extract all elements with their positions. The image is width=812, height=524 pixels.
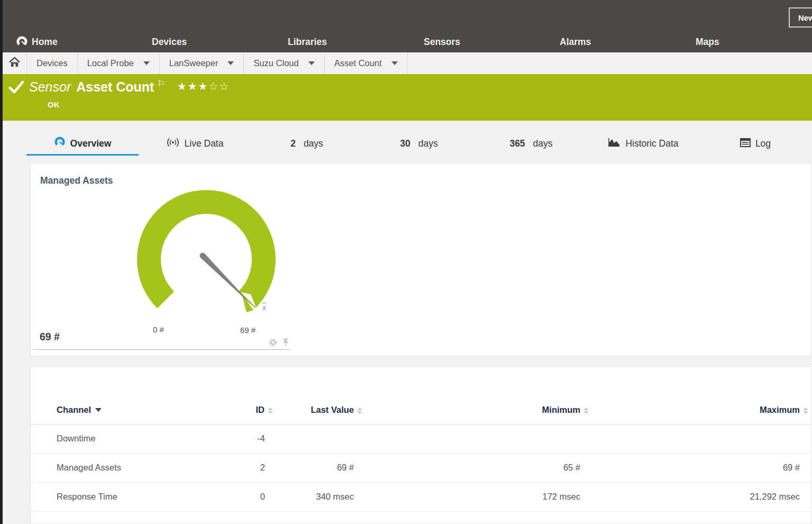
- gear-icon[interactable]: [269, 338, 277, 347]
- tabs: Overview Live Data 2 days 30 days 365: [26, 133, 811, 156]
- nav-item-label: Home: [32, 37, 58, 48]
- nav-item-devices[interactable]: Devices: [152, 31, 288, 52]
- breadcrumb-label: Suzu Cloud: [253, 58, 298, 68]
- tab-label-unit: days: [418, 138, 438, 149]
- breadcrumb-item-suzu-cloud[interactable]: Suzu Cloud: [244, 52, 324, 74]
- channel-table: Channel ID Last Value Minimum Maximum Do…: [31, 396, 811, 512]
- tab-label: Live Data: [185, 138, 224, 149]
- tab-365-days[interactable]: 365 days: [475, 133, 587, 156]
- cell-channel[interactable]: Downtime: [31, 424, 237, 453]
- cell-minimum: 172 msec: [364, 482, 591, 511]
- tab-label-number: 2: [290, 138, 296, 149]
- tab-label: Overview: [70, 138, 112, 149]
- cell-maximum: 69 #: [591, 453, 811, 482]
- cell-last-value: [274, 424, 364, 453]
- channel-table-panel: Channel ID Last Value Minimum Maximum Do…: [30, 366, 812, 524]
- chevron-down-icon[interactable]: [143, 61, 150, 65]
- cell-id: 0: [237, 482, 274, 511]
- stars-empty: ☆☆: [209, 80, 230, 92]
- flag-icon[interactable]: ⚐: [157, 78, 165, 89]
- nav-item-label: Maps: [696, 37, 719, 48]
- gauge-current-value: 69 #: [40, 331, 60, 343]
- sort-toggle-icon: [357, 408, 363, 414]
- prtg-logo-icon: [16, 36, 28, 48]
- tab-band: Overview Live Data 2 days 30 days 365: [0, 121, 812, 163]
- nav-item-label: Libraries: [288, 37, 327, 48]
- nav-item-home[interactable]: Home: [16, 31, 152, 52]
- tab-log[interactable]: Log: [699, 133, 811, 156]
- tab-label-unit: days: [533, 138, 553, 149]
- home-icon: [9, 57, 20, 69]
- column-header-channel[interactable]: Channel: [31, 396, 237, 424]
- nav-item-label: Alarms: [560, 37, 591, 48]
- cell-maximum: [591, 424, 811, 453]
- table-row-response-time[interactable]: Response Time 0 340 msec 172 msec 21,292…: [31, 482, 811, 511]
- chevron-down-icon[interactable]: [227, 61, 234, 65]
- gauge-average-marker: x: [262, 303, 266, 312]
- nav-item-label: Sensors: [424, 37, 460, 48]
- sensor-title-row: Sensor Asset Count ⚐ ★★★☆☆: [29, 79, 230, 95]
- window-left-edge: [0, 0, 3, 524]
- breadcrumb-item-asset-count[interactable]: Asset Count: [325, 52, 408, 74]
- cell-last-value: 69 #: [274, 453, 364, 482]
- nav-item-label: Devices: [152, 37, 187, 48]
- breadcrumb-label: LanSweeper: [169, 58, 218, 68]
- sort-toggle-icon: [583, 408, 590, 414]
- breadcrumb-label: Devices: [37, 58, 68, 68]
- broadcast-icon: [166, 137, 180, 150]
- sort-desc-icon: [95, 408, 102, 412]
- sensor-header: Sensor Asset Count ⚐ ★★★☆☆ OK: [0, 74, 812, 121]
- tab-label-number: 30: [400, 138, 410, 149]
- column-header-label: Minimum: [542, 405, 580, 414]
- breadcrumb-item-local-probe[interactable]: Local Probe: [78, 52, 160, 74]
- area-chart-icon: [608, 137, 621, 150]
- breadcrumb-item-lansweeper[interactable]: LanSweeper: [160, 52, 244, 74]
- column-header-label: ID: [256, 405, 265, 414]
- managed-assets-gauge: [31, 164, 327, 344]
- tab-label-number: 365: [509, 138, 525, 149]
- breadcrumb-label: Asset Count: [334, 58, 382, 68]
- cell-channel[interactable]: Managed Assets: [31, 453, 237, 482]
- column-header-label: Last Value: [311, 405, 354, 414]
- page-title: Asset Count: [76, 79, 154, 95]
- stars-filled: ★★★: [177, 80, 209, 92]
- breadcrumb-item-devices[interactable]: Devices: [27, 52, 78, 74]
- tab-label: Log: [755, 138, 771, 149]
- priority-stars[interactable]: ★★★☆☆: [177, 80, 230, 93]
- tab-overview[interactable]: Overview: [26, 133, 139, 156]
- new-button-label: New: [798, 13, 812, 22]
- pin-icon[interactable]: [282, 338, 289, 347]
- column-header-minimum[interactable]: Minimum: [364, 396, 591, 424]
- tab-2-days[interactable]: 2 days: [251, 133, 363, 156]
- sensor-type-label: Sensor: [29, 79, 71, 95]
- column-header-id[interactable]: ID: [237, 396, 274, 424]
- tab-label-unit: days: [304, 138, 323, 149]
- log-list-icon: [740, 138, 751, 150]
- table-row-managed-assets[interactable]: Managed Assets 2 69 # 65 # 69 #: [31, 453, 811, 482]
- gauge-scale-max: 69 #: [240, 326, 256, 335]
- tab-historic-data[interactable]: Historic Data: [587, 133, 699, 156]
- managed-assets-gauge-panel: Managed Assets x 0 # 69 # 69 #: [30, 163, 812, 356]
- table-header-row: Channel ID Last Value Minimum Maximum: [31, 396, 811, 424]
- column-header-last-value[interactable]: Last Value: [274, 396, 364, 424]
- cell-id: -4: [237, 424, 274, 453]
- nav-item-alarms[interactable]: Alarms: [560, 31, 696, 52]
- nav-item-maps[interactable]: Maps: [696, 31, 812, 52]
- chevron-down-icon[interactable]: [308, 61, 315, 65]
- column-header-label: Channel: [57, 405, 91, 414]
- tab-30-days[interactable]: 30 days: [363, 133, 475, 156]
- nav-item-libraries[interactable]: Libraries: [288, 31, 424, 52]
- tab-live-data[interactable]: Live Data: [139, 133, 251, 156]
- sort-toggle-icon: [268, 408, 274, 414]
- new-button[interactable]: New: [789, 7, 812, 28]
- cell-last-value: 340 msec: [274, 482, 364, 511]
- breadcrumb-label: Local Probe: [87, 58, 134, 68]
- nav-item-sensors[interactable]: Sensors: [424, 31, 560, 52]
- cell-minimum: 65 #: [364, 453, 591, 482]
- chevron-down-icon[interactable]: [391, 61, 398, 65]
- table-row-downtime[interactable]: Downtime -4: [31, 424, 811, 453]
- column-header-maximum[interactable]: Maximum: [591, 396, 811, 424]
- cell-channel[interactable]: Response Time: [31, 482, 237, 511]
- cell-id: 2: [237, 453, 274, 482]
- breadcrumb-home-button[interactable]: [3, 52, 27, 74]
